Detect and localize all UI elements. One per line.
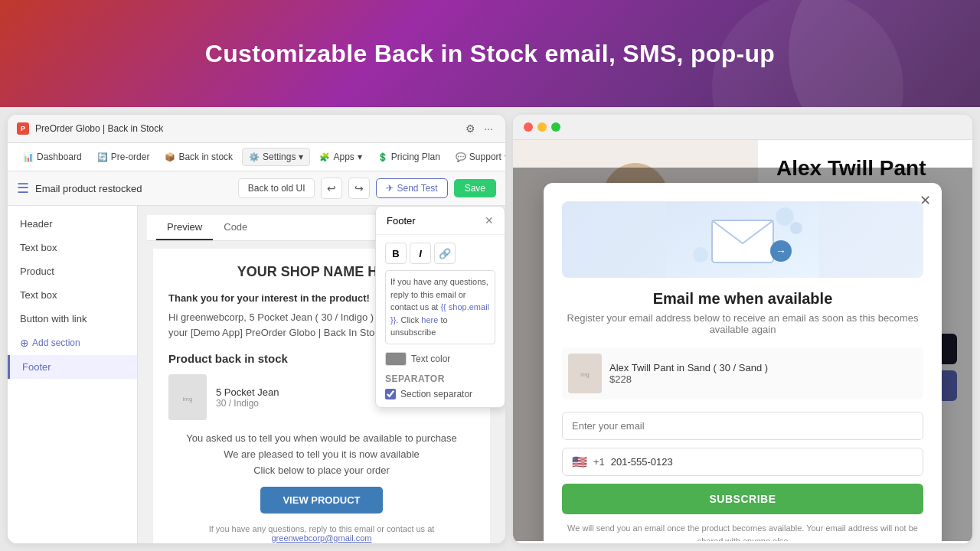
footer-format-bar: B I 🔗: [385, 243, 495, 264]
mac-window-chrome: [513, 115, 972, 140]
phone-flag: 🇺🇸: [572, 455, 587, 469]
main-area: P PreOrder Globo | Back in Stock ⚙ ··· 📊…: [0, 107, 980, 551]
editor-body: Header Text box Product Text box Button …: [8, 206, 505, 543]
footer-label: Footer: [22, 361, 51, 373]
mac-close-dot[interactable]: [524, 122, 533, 132]
shop-preview: Alex Twill Pant Sand 0 USD Sold out 31 3…: [513, 115, 972, 543]
editor-menu-icon: ☰: [17, 180, 29, 197]
nav-item-backstock[interactable]: 📦 Back in stock: [158, 148, 239, 165]
browser-chrome: P PreOrder Globo | Back in Stock ⚙ ···: [8, 115, 505, 143]
support-icon: 💬: [456, 152, 466, 162]
textbox2-label: Text box: [20, 289, 57, 301]
add-section-plus-icon: ⊕: [20, 337, 29, 349]
nav-item-dashboard[interactable]: 📊 Dashboard: [17, 148, 88, 165]
email-input[interactable]: [562, 412, 923, 440]
nav-item-preorder[interactable]: 🔄 Pre-order: [91, 148, 156, 165]
popup-box: ✕: [544, 183, 942, 541]
format-italic-button[interactable]: I: [410, 243, 431, 264]
tab-preview[interactable]: Preview: [156, 215, 213, 240]
backstock-icon: 📦: [165, 152, 175, 162]
sidebar-item-product[interactable]: Product: [8, 259, 137, 283]
sidebar-item-textbox2[interactable]: Text box: [8, 283, 137, 307]
popup-product-image: img: [568, 354, 602, 393]
apps-icon: 🧩: [319, 152, 330, 162]
mac-fullscreen-dot[interactable]: [551, 122, 560, 132]
popup-title: Email me when available: [562, 290, 923, 308]
email-msg1: You asked us to tell you when would be a…: [168, 432, 475, 444]
redo-button[interactable]: ↪: [348, 178, 370, 199]
product-page: Alex Twill Pant Sand 0 USD Sold out 31 3…: [513, 140, 972, 541]
footer-panel-title: Footer: [387, 215, 416, 227]
editor-preview-area: Preview Code YOUR SHOP NAME HERE Thank y…: [138, 206, 505, 543]
popup-product-name: Alex Twill Pant in Sand ( 30 / Sand ): [609, 362, 768, 373]
separator-checkbox[interactable]: [385, 389, 396, 399]
email-footer-email[interactable]: greenwebcorp@gmail.com: [271, 533, 371, 543]
footer-panel-close-icon[interactable]: ✕: [485, 214, 494, 227]
format-bold-button[interactable]: B: [385, 243, 407, 264]
settings-dropdown-icon: ▾: [299, 152, 303, 162]
email-msg2: We are pleased to tell you it is now ava…: [168, 448, 475, 460]
sidebar-item-header[interactable]: Header: [8, 212, 137, 236]
editor-sidebar: Header Text box Product Text box Button …: [8, 206, 138, 543]
pricing-icon: 💲: [377, 152, 388, 162]
sidebar-item-footer[interactable]: Footer: [8, 355, 137, 379]
undo-button[interactable]: ↩: [321, 178, 342, 199]
banner: Customizable Back in Stock email, SMS, p…: [0, 0, 980, 107]
dashboard-icon: 📊: [23, 152, 34, 162]
popup-illustration-svg: →: [666, 201, 819, 278]
sidebar-add-section[interactable]: ⊕ Add section: [8, 331, 137, 355]
tab-code[interactable]: Code: [213, 215, 258, 240]
editor-toolbar: ☰ Email product restocked Back to old UI…: [8, 171, 505, 206]
popup-product-row: img Alex Twill Pant in Sand ( 30 / Sand …: [562, 347, 923, 399]
shopify-nav: 📊 Dashboard 🔄 Pre-order 📦 Back in stock …: [8, 143, 505, 171]
popup-note: We will send you an email once the produ…: [562, 522, 923, 541]
svg-text:img: img: [183, 396, 193, 403]
phone-code: +1: [593, 456, 605, 468]
nav-item-settings[interactable]: ⚙️ Settings ▾: [242, 148, 310, 166]
sidebar-item-textbox1[interactable]: Text box: [8, 236, 137, 259]
subscribe-button[interactable]: SUBSCRIBE: [562, 484, 923, 514]
footer-panel-header: Footer ✕: [376, 207, 505, 235]
send-test-button[interactable]: ✈ Send Test: [376, 178, 447, 198]
email-cta-button[interactable]: VIEW PRODUCT: [260, 487, 383, 514]
email-product-variant: 30 / Indigo: [216, 398, 279, 409]
banner-title: Customizable Back in Stock email, SMS, p…: [205, 40, 775, 68]
settings-icon: ⚙️: [249, 152, 260, 162]
browser-favicon: P: [17, 122, 29, 135]
back-to-old-ui-button[interactable]: Back to old UI: [238, 178, 315, 198]
browser-actions: ⚙ ···: [462, 121, 496, 136]
support-dropdown-icon: ▾: [505, 152, 505, 162]
nav-item-pricing[interactable]: 💲 Pricing Plan: [371, 148, 446, 165]
separator-checkbox-label: Section separator: [400, 389, 472, 399]
email-msg3: Click below to place your order: [168, 465, 475, 476]
nav-item-apps[interactable]: 🧩 Apps ▾: [313, 148, 368, 165]
sidebar-item-button-link[interactable]: Button with link: [8, 307, 137, 331]
textbox1-label: Text box: [20, 242, 57, 253]
send-icon: ✈: [386, 183, 394, 194]
browser-tab-title: PreOrder Globo | Back in Stock: [35, 123, 456, 134]
product-label: Product: [20, 266, 54, 277]
popup-product-price: $228: [609, 373, 768, 385]
svg-point-14: [790, 222, 802, 234]
footer-text-content[interactable]: If you have any questions, reply to this…: [385, 270, 495, 344]
separator-row: Section separator: [385, 389, 495, 399]
format-link-button[interactable]: 🔗: [434, 243, 456, 264]
save-button[interactable]: Save: [454, 179, 496, 197]
popup-product-info: Alex Twill Pant in Sand ( 30 / Sand ) $2…: [609, 362, 768, 385]
svg-point-13: [776, 207, 794, 226]
nav-item-support[interactable]: 💬 Support ▾: [449, 148, 505, 165]
svg-point-15: [693, 247, 708, 262]
preorder-icon: 🔄: [97, 152, 108, 162]
text-color-swatch[interactable]: [385, 352, 407, 366]
text-color-row: Text color: [385, 352, 495, 366]
popup-subtitle: Register your email address below to rec…: [562, 312, 923, 335]
browser-settings-icon[interactable]: ⚙: [462, 121, 478, 136]
mac-minimize-dot[interactable]: [537, 122, 547, 132]
svg-text:img: img: [580, 372, 589, 378]
browser-more-icon[interactable]: ···: [481, 121, 496, 136]
phone-number-value[interactable]: 201-555-0123: [611, 456, 913, 468]
footer-panel: Footer ✕ B I 🔗 If you have any questions…: [375, 206, 505, 408]
email-footer-text1: If you have any questions, reply to this…: [168, 524, 475, 543]
separator-section-label: SEPARATOR: [385, 373, 495, 384]
phone-input-row: 🇺🇸 +1 201-555-0123: [562, 448, 923, 476]
